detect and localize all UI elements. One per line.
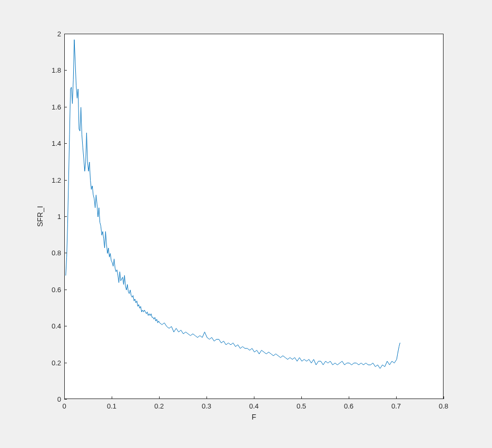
y-tick-label: 0.8 [50, 249, 61, 257]
y-tick-mark [64, 216, 67, 217]
y-tick-label: 0 [50, 395, 61, 403]
x-tick-label: 0 [62, 402, 66, 410]
y-tick-mark [64, 253, 67, 253]
x-tick-mark [159, 396, 160, 399]
x-axis-label: F [252, 413, 257, 421]
x-tick-label: 0.6 [344, 402, 353, 410]
x-tick-label: 0.1 [107, 402, 116, 410]
y-tick-mark [64, 107, 67, 107]
y-tick-label: 0.4 [50, 322, 61, 330]
x-tick-label: 0.3 [202, 402, 211, 410]
y-tick-mark [64, 143, 67, 144]
x-tick-label: 0.2 [154, 402, 164, 410]
x-tick-mark [254, 396, 254, 399]
x-tick-mark [112, 396, 112, 399]
x-tick-label: 0.8 [439, 402, 448, 410]
y-tick-mark [64, 180, 67, 181]
x-tick-mark [206, 396, 207, 399]
y-tick-label: 1.6 [50, 103, 61, 111]
x-tick-label: 0.5 [297, 402, 306, 410]
axes-area [64, 34, 444, 399]
x-tick-mark [301, 396, 302, 399]
y-tick-mark [64, 399, 67, 400]
y-tick-mark [64, 326, 67, 326]
x-tick-mark [444, 396, 444, 399]
y-tick-label: 0.2 [50, 359, 61, 366]
plot-svg [65, 34, 444, 400]
x-tick-label: 0.4 [249, 402, 259, 410]
x-tick-mark [349, 396, 349, 399]
y-tick-label: 1 [50, 213, 61, 221]
y-tick-mark [64, 290, 67, 290]
x-tick-mark [396, 396, 397, 399]
y-tick-mark [64, 34, 67, 34]
y-tick-label: 1.2 [50, 176, 61, 184]
y-tick-label: 1.4 [50, 140, 61, 147]
y-tick-mark [64, 363, 67, 363]
y-tick-label: 1.8 [50, 66, 61, 74]
data-line [66, 39, 400, 369]
y-tick-label: 2 [50, 30, 61, 38]
y-tick-label: 0.6 [50, 285, 61, 293]
y-axis-label: SFR_I [36, 206, 44, 227]
y-tick-mark [64, 70, 67, 71]
x-tick-label: 0.7 [391, 402, 401, 410]
